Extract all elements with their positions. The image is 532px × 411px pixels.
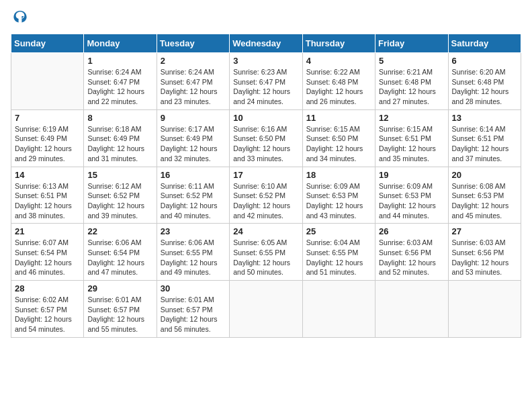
day-number: 7 [15, 113, 80, 123]
day-number: 27 [452, 226, 517, 236]
calendar-cell: 1Sunrise: 6:24 AM Sunset: 6:47 PM Daylig… [84, 53, 157, 110]
day-info: Sunrise: 6:23 AM Sunset: 6:47 PM Dayligh… [233, 67, 298, 107]
day-number: 26 [379, 226, 444, 236]
calendar-cell: 19Sunrise: 6:09 AM Sunset: 6:53 PM Dayli… [375, 167, 448, 224]
day-number: 11 [306, 113, 371, 123]
day-number: 25 [306, 226, 371, 236]
calendar-cell: 9Sunrise: 6:17 AM Sunset: 6:49 PM Daylig… [157, 109, 229, 167]
calendar-cell [448, 281, 521, 338]
calendar-cell: 5Sunrise: 6:21 AM Sunset: 6:48 PM Daylig… [375, 53, 448, 110]
day-info: Sunrise: 6:19 AM Sunset: 6:49 PM Dayligh… [15, 124, 80, 164]
day-info: Sunrise: 6:01 AM Sunset: 6:57 PM Dayligh… [161, 295, 226, 334]
calendar-cell: 14Sunrise: 6:13 AM Sunset: 6:51 PM Dayli… [11, 167, 84, 224]
calendar-cell: 30Sunrise: 6:01 AM Sunset: 6:57 PM Dayli… [157, 281, 229, 338]
calendar-cell: 16Sunrise: 6:11 AM Sunset: 6:52 PM Dayli… [157, 167, 229, 224]
calendar-cell: 6Sunrise: 6:20 AM Sunset: 6:48 PM Daylig… [448, 53, 521, 110]
weekday-header-sunday: Sunday [11, 34, 84, 53]
day-info: Sunrise: 6:11 AM Sunset: 6:52 PM Dayligh… [161, 181, 226, 221]
day-info: Sunrise: 6:22 AM Sunset: 6:48 PM Dayligh… [306, 67, 371, 107]
day-number: 12 [379, 113, 444, 123]
calendar-table: SundayMondayTuesdayWednesdayThursdayFrid… [11, 34, 521, 338]
weekday-header-monday: Monday [84, 34, 157, 53]
calendar-cell: 4Sunrise: 6:22 AM Sunset: 6:48 PM Daylig… [302, 53, 375, 110]
day-number: 2 [161, 56, 226, 66]
day-number: 3 [233, 56, 298, 66]
day-info: Sunrise: 6:07 AM Sunset: 6:54 PM Dayligh… [15, 238, 80, 277]
calendar-header-row: SundayMondayTuesdayWednesdayThursdayFrid… [11, 34, 521, 53]
day-info: Sunrise: 6:15 AM Sunset: 6:51 PM Dayligh… [379, 124, 444, 164]
day-info: Sunrise: 6:05 AM Sunset: 6:55 PM Dayligh… [233, 238, 298, 277]
calendar-cell: 17Sunrise: 6:10 AM Sunset: 6:52 PM Dayli… [230, 167, 302, 224]
calendar-cell [375, 281, 448, 338]
day-info: Sunrise: 6:24 AM Sunset: 6:47 PM Dayligh… [87, 67, 152, 107]
calendar-week-row: 14Sunrise: 6:13 AM Sunset: 6:51 PM Dayli… [11, 167, 521, 224]
day-info: Sunrise: 6:20 AM Sunset: 6:48 PM Dayligh… [452, 67, 517, 107]
day-number: 1 [87, 56, 152, 66]
day-info: Sunrise: 6:14 AM Sunset: 6:51 PM Dayligh… [452, 124, 517, 164]
day-info: Sunrise: 6:12 AM Sunset: 6:52 PM Dayligh… [87, 181, 152, 221]
calendar-cell: 22Sunrise: 6:06 AM Sunset: 6:54 PM Dayli… [84, 224, 157, 281]
day-number: 14 [15, 170, 80, 180]
day-number: 19 [379, 170, 444, 180]
day-info: Sunrise: 6:03 AM Sunset: 6:56 PM Dayligh… [452, 238, 517, 277]
calendar-cell [11, 53, 84, 110]
day-number: 5 [379, 56, 444, 66]
day-number: 16 [161, 170, 226, 180]
day-number: 9 [161, 113, 226, 123]
day-number: 23 [161, 226, 226, 236]
day-number: 21 [15, 226, 80, 236]
calendar-cell: 29Sunrise: 6:01 AM Sunset: 6:57 PM Dayli… [84, 281, 157, 338]
day-info: Sunrise: 6:09 AM Sunset: 6:53 PM Dayligh… [306, 181, 371, 221]
day-info: Sunrise: 6:04 AM Sunset: 6:55 PM Dayligh… [306, 238, 371, 277]
day-info: Sunrise: 6:10 AM Sunset: 6:52 PM Dayligh… [233, 181, 298, 221]
day-number: 30 [161, 283, 226, 293]
calendar-cell: 11Sunrise: 6:15 AM Sunset: 6:50 PM Dayli… [302, 109, 375, 167]
day-info: Sunrise: 6:18 AM Sunset: 6:49 PM Dayligh… [87, 124, 152, 164]
calendar-cell: 25Sunrise: 6:04 AM Sunset: 6:55 PM Dayli… [302, 224, 375, 281]
calendar-cell [230, 281, 302, 338]
day-number: 4 [306, 56, 371, 66]
weekday-header-friday: Friday [375, 34, 448, 53]
calendar-cell: 10Sunrise: 6:16 AM Sunset: 6:50 PM Dayli… [230, 109, 302, 167]
day-number: 18 [306, 170, 371, 180]
calendar-cell: 26Sunrise: 6:03 AM Sunset: 6:56 PM Dayli… [375, 224, 448, 281]
calendar-week-row: 28Sunrise: 6:02 AM Sunset: 6:57 PM Dayli… [11, 281, 521, 338]
day-info: Sunrise: 6:21 AM Sunset: 6:48 PM Dayligh… [379, 67, 444, 107]
calendar-cell: 27Sunrise: 6:03 AM Sunset: 6:56 PM Dayli… [448, 224, 521, 281]
weekday-header-wednesday: Wednesday [230, 34, 302, 53]
day-info: Sunrise: 6:17 AM Sunset: 6:49 PM Dayligh… [161, 124, 226, 164]
calendar-cell: 3Sunrise: 6:23 AM Sunset: 6:47 PM Daylig… [230, 53, 302, 110]
calendar-cell: 8Sunrise: 6:18 AM Sunset: 6:49 PM Daylig… [84, 109, 157, 167]
day-number: 29 [87, 283, 152, 293]
day-info: Sunrise: 6:03 AM Sunset: 6:56 PM Dayligh… [379, 238, 444, 277]
day-info: Sunrise: 6:08 AM Sunset: 6:53 PM Dayligh… [452, 181, 517, 221]
calendar-cell: 23Sunrise: 6:06 AM Sunset: 6:55 PM Dayli… [157, 224, 229, 281]
calendar-cell: 15Sunrise: 6:12 AM Sunset: 6:52 PM Dayli… [84, 167, 157, 224]
day-info: Sunrise: 6:02 AM Sunset: 6:57 PM Dayligh… [15, 295, 80, 334]
day-info: Sunrise: 6:13 AM Sunset: 6:51 PM Dayligh… [15, 181, 80, 221]
weekday-header-thursday: Thursday [302, 34, 375, 53]
day-number: 20 [452, 170, 517, 180]
calendar-cell: 7Sunrise: 6:19 AM Sunset: 6:49 PM Daylig… [11, 109, 84, 167]
day-info: Sunrise: 6:01 AM Sunset: 6:57 PM Dayligh… [87, 295, 152, 334]
day-info: Sunrise: 6:15 AM Sunset: 6:50 PM Dayligh… [306, 124, 371, 164]
calendar-cell: 21Sunrise: 6:07 AM Sunset: 6:54 PM Dayli… [11, 224, 84, 281]
calendar-week-row: 7Sunrise: 6:19 AM Sunset: 6:49 PM Daylig… [11, 109, 521, 167]
day-number: 24 [233, 226, 298, 236]
logo [11, 11, 28, 27]
day-number: 17 [233, 170, 298, 180]
calendar-cell: 13Sunrise: 6:14 AM Sunset: 6:51 PM Dayli… [448, 109, 521, 167]
calendar-cell: 18Sunrise: 6:09 AM Sunset: 6:53 PM Dayli… [302, 167, 375, 224]
day-info: Sunrise: 6:09 AM Sunset: 6:53 PM Dayligh… [379, 181, 444, 221]
weekday-header-saturday: Saturday [448, 34, 521, 53]
calendar-cell: 12Sunrise: 6:15 AM Sunset: 6:51 PM Dayli… [375, 109, 448, 167]
weekday-header-tuesday: Tuesday [157, 34, 229, 53]
day-info: Sunrise: 6:24 AM Sunset: 6:47 PM Dayligh… [161, 67, 226, 107]
day-number: 28 [15, 283, 80, 293]
page-header [11, 11, 521, 27]
day-number: 6 [452, 56, 517, 66]
day-number: 13 [452, 113, 517, 123]
calendar-cell: 20Sunrise: 6:08 AM Sunset: 6:53 PM Dayli… [448, 167, 521, 224]
day-number: 15 [87, 170, 152, 180]
logo-icon [12, 8, 28, 24]
